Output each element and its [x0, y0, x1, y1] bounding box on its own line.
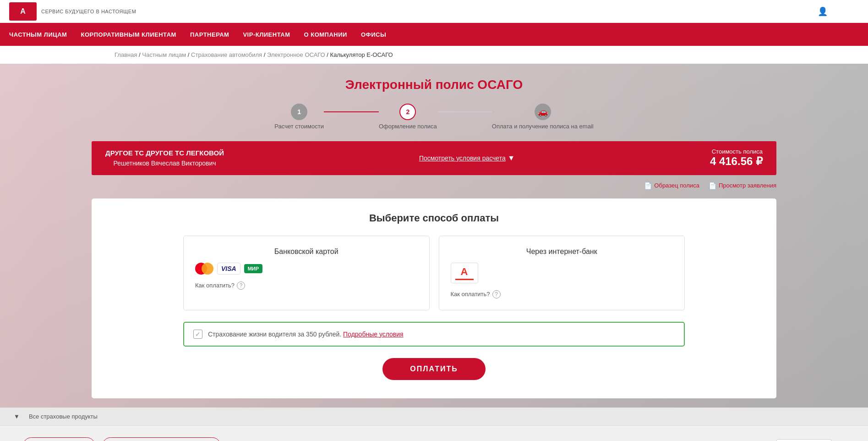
visa-logo: VISA	[217, 263, 240, 275]
document-links: 📄 Образец полиса 📄 Просмотр заявления	[92, 182, 776, 189]
cost-label: Стоимость полиса	[710, 148, 763, 155]
top-bar: А СЕРВИС БУДУЩЕГО В НАСТОЯЩЕМ 👤 Вячеслав	[0, 0, 868, 23]
card-how-to-pay[interactable]: Как оплатить? ?	[195, 281, 418, 290]
insurance-text: Страхование жизни водителя за 350 рублей…	[208, 331, 404, 338]
mastercard-logo	[195, 263, 213, 275]
insurance-checkbox-row[interactable]: ✓ Страхование жизни водителя за 350 рубл…	[183, 322, 685, 347]
breadcrumb-current: Калькулятор Е-ОСАГО	[330, 51, 393, 58]
bank-question-icon: ?	[492, 290, 501, 298]
steps-indicator: 1 Расчет стоимости 2 Оформление полиса 🚗…	[92, 104, 776, 130]
bank-payment-title: Через интернет-банк	[451, 248, 673, 256]
nav-item-private[interactable]: ЧАСТНЫМ ЛИЦАМ	[9, 24, 67, 45]
nav-item-vip[interactable]: VIP-КЛИЕНТАМ	[243, 24, 290, 45]
logo-icon: А	[9, 2, 37, 21]
view-application-link[interactable]: 📄 Просмотр заявления	[709, 182, 776, 189]
top-user: 👤 Вячеслав	[818, 6, 859, 17]
policy-bar-info: ДРУГОЕ ТС ДРУГОЕ ТС ЛЕГКОВОЙ Решетников …	[105, 148, 224, 168]
policy-bar-cost: Стоимость полиса 4 416.56 ₽	[710, 148, 763, 168]
view-conditions-link[interactable]: Посмотреть условия расчета	[419, 154, 506, 162]
breadcrumb-auto[interactable]: Страхование автомобиля	[191, 51, 262, 58]
footer-search-input[interactable]	[776, 439, 831, 441]
payment-section: Выберите способ оплаты Банковской картой…	[92, 198, 776, 398]
card-payment-option[interactable]: Банковской картой VISA МИР Как оплатить?…	[183, 236, 430, 310]
logo-area: А СЕРВИС БУДУЩЕГО В НАСТОЯЩЕМ	[9, 2, 136, 21]
bottom-tools-bar: ▼ Все страховые продукты	[0, 408, 868, 425]
card-payment-title: Банковской картой	[195, 248, 418, 256]
insurance-details-link[interactable]: Подробные условия	[343, 331, 404, 338]
bank-payment-option[interactable]: Через интернет-банк А Как оплатить? ?	[439, 236, 685, 310]
breadcrumb-osago[interactable]: Электронное ОСАГО	[267, 51, 325, 58]
all-products-link[interactable]: Все страховые продукты	[29, 413, 98, 420]
step-2-circle: 2	[399, 104, 416, 120]
quality-service-button[interactable]: СЛУЖБА КОНТРОЛЯ КАЧЕСТВА	[102, 437, 221, 441]
footer-links: In English +7 800 333 0 999 🔍	[667, 439, 845, 441]
step-1-circle: 1	[291, 104, 307, 120]
logo-text: СЕРВИС БУДУЩЕГО В НАСТОЯЩЕМ	[41, 9, 136, 14]
nav-item-corporate[interactable]: КОРПОРАТИВНЫМ КЛИЕНТАМ	[81, 24, 176, 45]
footer: ЗАПРОС ПО КБМ СЛУЖБА КОНТРОЛЯ КАЧЕСТВА I…	[0, 425, 868, 441]
policy-bar-center: Посмотреть условия расчета ▼	[419, 154, 515, 162]
mir-logo: МИР	[244, 264, 262, 273]
payment-options: Банковской картой VISA МИР Как оплатить?…	[183, 236, 685, 310]
step-line-2	[437, 111, 492, 112]
card-logos: VISA МИР	[195, 263, 418, 275]
cost-value: 4 416.56 ₽	[710, 155, 763, 168]
step-line-1	[324, 111, 379, 112]
step-1: 1 Расчет стоимости	[274, 104, 324, 130]
step-1-label: Расчет стоимости	[274, 123, 324, 130]
hero-content: Электронный полис ОСАГО 1 Расчет стоимос…	[0, 64, 868, 408]
doc-icon-2: 📄	[709, 182, 716, 189]
policy-owner: Решетников Вячеслав Викторович	[105, 159, 224, 168]
breadcrumb: Главная / Частным лицам / Страхование ав…	[0, 46, 868, 64]
user-icon: 👤	[818, 6, 828, 17]
sample-policy-link[interactable]: 📄 Образец полиса	[644, 182, 699, 189]
breadcrumb-private[interactable]: Частным лицам	[142, 51, 186, 58]
doc-icon-1: 📄	[644, 182, 652, 189]
policy-bar: ДРУГОЕ ТС ДРУГОЕ ТС ЛЕГКОВОЙ Решетников …	[92, 141, 776, 175]
card-question-icon: ?	[237, 281, 245, 290]
nav-item-offices[interactable]: ОФИСЫ	[361, 24, 386, 45]
alfa-bank-logo: А	[451, 263, 478, 283]
step-2-label: Оформление полиса	[379, 123, 437, 130]
kbm-request-button[interactable]: ЗАПРОС ПО КБМ	[23, 437, 95, 441]
hero-section: Электронный полис ОСАГО 1 Расчет стоимос…	[0, 64, 868, 408]
step-3: 🚗 Оплата и получение полиса на email	[492, 104, 594, 130]
page-title: Электронный полис ОСАГО	[92, 77, 776, 92]
pay-button-row: ОПЛАТИТЬ	[183, 358, 685, 380]
nav-item-about[interactable]: О КОМПАНИИ	[304, 24, 347, 45]
insurance-checkbox[interactable]: ✓	[193, 330, 202, 339]
bank-how-to-pay[interactable]: Как оплатить? ?	[451, 290, 673, 298]
step-3-label: Оплата и получение полиса на email	[492, 123, 594, 130]
pay-button[interactable]: ОПЛАТИТЬ	[382, 358, 485, 380]
step-3-circle: 🚗	[535, 104, 551, 120]
step-2: 2 Оформление полиса	[379, 104, 437, 130]
ts-type: ДРУГОЕ ТС ДРУГОЕ ТС ЛЕГКОВОЙ	[105, 148, 224, 159]
payment-title: Выберите способ оплаты	[183, 212, 685, 224]
footer-buttons: ЗАПРОС ПО КБМ СЛУЖБА КОНТРОЛЯ КАЧЕСТВА	[23, 437, 221, 441]
main-nav: ЧАСТНЫМ ЛИЦАМ КОРПОРАТИВНЫМ КЛИЕНТАМ ПАР…	[0, 23, 868, 46]
search-area: 🔍	[776, 439, 845, 441]
breadcrumb-home[interactable]: Главная	[115, 51, 137, 58]
nav-item-partners[interactable]: ПАРТНЕРАМ	[190, 24, 229, 45]
user-name: Вячеслав	[830, 8, 859, 15]
